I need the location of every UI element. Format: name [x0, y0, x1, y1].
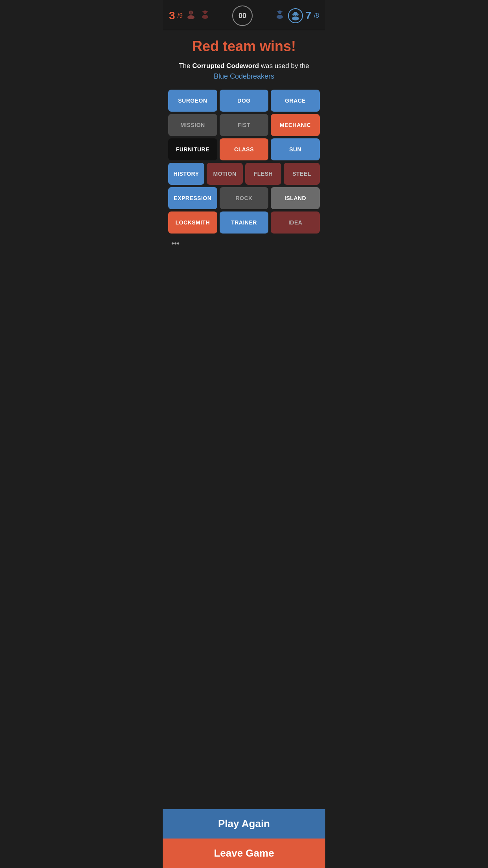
word-tile-motion[interactable]: MOTION [207, 163, 243, 185]
red-team-icon [185, 9, 197, 23]
svg-point-10 [292, 17, 299, 20]
blue-codebreakers-label: Blue Codebreakers [168, 71, 320, 82]
word-tile-trainer[interactable]: TRAINER [220, 211, 269, 234]
blue-team-active-icon [288, 8, 303, 23]
svg-point-1 [187, 15, 194, 19]
header-center: 00 [232, 6, 253, 26]
word-tile-mission[interactable]: MISSION [168, 114, 217, 136]
play-again-button[interactable]: Play Again [163, 809, 325, 839]
red-spy-icon [199, 9, 211, 23]
word-tile-fist[interactable]: FIST [220, 114, 269, 136]
ellipsis-indicator: ••• [168, 237, 320, 250]
blue-spy-icon [274, 9, 286, 23]
word-tile-dog[interactable]: DOG [220, 90, 269, 112]
word-tile-locksmith[interactable]: LOCKSMITH [168, 211, 217, 234]
svg-point-8 [277, 15, 283, 19]
word-tile-mechanic[interactable]: MECHANIC [271, 114, 320, 136]
svg-point-5 [202, 15, 208, 19]
word-row-5: LOCKSMITHTRAINERIDEA [168, 211, 320, 234]
word-tile-island[interactable]: ISLAND [271, 187, 320, 209]
main-content: Red team wins! The Corrupted Codeword wa… [163, 30, 325, 809]
red-team-score-area: 3/9 [169, 9, 211, 23]
svg-point-12 [296, 13, 299, 16]
win-subtitle: The Corrupted Codeword was used by the B… [168, 61, 320, 82]
word-tile-steel[interactable]: STEEL [284, 163, 320, 185]
win-title: Red team wins! [168, 38, 320, 55]
word-row-1: MISSIONFISTMECHANIC [168, 114, 320, 136]
red-score-denom: /9 [178, 12, 183, 19]
blue-score: 7 [305, 9, 312, 22]
word-tile-surgeon[interactable]: SURGEON [168, 90, 217, 112]
word-row-4: EXPRESSIONROCKISLAND [168, 187, 320, 209]
svg-rect-4 [202, 11, 208, 12]
word-row-0: SURGEONDOGGRACE [168, 90, 320, 112]
svg-rect-7 [277, 11, 283, 12]
word-tile-expression[interactable]: EXPRESSION [168, 187, 217, 209]
word-grid: SURGEONDOGGRACEMISSIONFISTMECHANICFURNIT… [168, 90, 320, 234]
word-row-3: HISTORYMOTIONFLESHSTEEL [168, 163, 320, 185]
word-tile-flesh[interactable]: FLESH [245, 163, 281, 185]
red-score: 3 [169, 9, 175, 22]
word-tile-class[interactable]: CLASS [220, 138, 269, 160]
word-tile-rock[interactable]: ROCK [220, 187, 269, 209]
svg-point-2 [190, 11, 192, 14]
word-tile-furniture[interactable]: FURNITURE [168, 138, 217, 160]
word-tile-grace[interactable]: GRACE [271, 90, 320, 112]
action-buttons: Play Again Leave Game [163, 809, 325, 868]
blue-team-score-area: 7/8 [274, 8, 319, 23]
word-tile-sun[interactable]: SUN [271, 138, 320, 160]
game-header: 3/9 00 [163, 0, 325, 30]
timer-display: 00 [232, 6, 253, 26]
blue-score-denom: /8 [314, 12, 319, 19]
svg-point-11 [292, 13, 295, 16]
word-tile-idea[interactable]: IDEA [271, 211, 320, 234]
word-row-2: FURNITURECLASSSUN [168, 138, 320, 160]
leave-game-button[interactable]: Leave Game [163, 839, 325, 868]
word-tile-history[interactable]: HISTORY [168, 163, 204, 185]
corrupted-codeword-label: Corrupted Codeword [192, 62, 259, 70]
